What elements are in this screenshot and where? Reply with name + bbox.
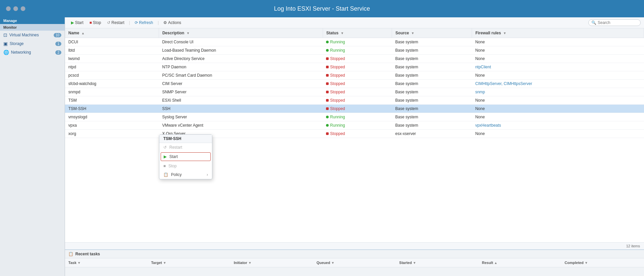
cell-firewall: None [472,38,644,46]
vm-badge: 10 [54,33,61,37]
col-name[interactable]: Name ▲ [65,28,159,38]
cell-source: Base system [392,46,472,55]
cell-name: DCUI [65,38,159,46]
tasks-col-queued[interactable]: Queued ▼ [313,260,396,266]
cell-source: Base system [392,55,472,63]
minimize-button[interactable] [13,6,18,11]
start-icon: ▶ [71,20,74,25]
storage-icon: ▣ [3,41,8,46]
table-row[interactable]: lwsmdActive Directory ServiceStoppedBase… [65,55,644,63]
maximize-button[interactable] [21,6,25,11]
toolbar: ▶ Start ■ Stop ↺ Restart | ⟳ Refresh | ⚙… [65,17,644,28]
tasks-task-label: Task [68,261,76,265]
cell-source: Base system [392,63,472,71]
restart-icon: ↺ [107,20,110,25]
context-menu-start[interactable]: ▶ Start [161,152,211,161]
sidebar-manage-label: Manage [0,17,65,24]
cell-firewall[interactable]: CIMHttpServer, CIMHttpsServer [472,80,644,88]
actions-button[interactable]: ⚙ Actions [161,19,184,26]
cell-source: Base system [392,105,472,113]
table-row[interactable]: DCUIDirect Console UIRunningBase systemN… [65,38,644,46]
stop-button[interactable]: ■ Stop [87,19,104,26]
restart-button[interactable]: ↺ Restart [104,19,127,26]
tasks-queued-sort: ▼ [331,261,334,265]
col-desc-label: Description [162,31,184,35]
cell-firewall[interactable]: snmp [472,88,644,96]
col-source-label: Source [395,31,409,35]
cell-description: SSH [159,105,323,113]
tasks-target-label: Target [151,261,162,265]
tasks-col-result[interactable]: Result ▲ [479,260,561,266]
table-row[interactable]: TSMESXi ShellStoppedBase systemNone [65,96,644,105]
tasks-task-sort: ▼ [77,261,81,265]
context-menu-restart[interactable]: ↺ Restart [159,143,212,152]
sidebar-item-virtual-machines[interactable]: ⊡ Virtual Machines 10 [0,31,65,39]
col-firewall[interactable]: Firewall rules ▼ [472,28,644,38]
cell-firewall: None [472,46,644,55]
tasks-col-target[interactable]: Target ▼ [148,260,230,266]
cell-firewall[interactable]: ntpClient [472,63,644,71]
cell-status: Running [323,113,392,121]
recent-tasks-icon: 📋 [68,252,73,256]
refresh-button[interactable]: ⟳ Refresh [132,19,156,26]
cell-description: NTP Daemon [159,63,323,71]
cell-firewall: None [472,96,644,105]
window-controls [6,6,25,11]
cell-status: Stopped [323,55,392,63]
tasks-started-label: Started [399,261,412,265]
cell-firewall: None [472,113,644,121]
sidebar-item-networking[interactable]: 🌐 Networking 2 [0,48,65,57]
table-row[interactable]: xorgX.Org ServerStoppedesx-xserverNone [65,130,644,138]
tasks-col-completed[interactable]: Completed ▼ [561,260,644,266]
separator-2: | [156,20,160,25]
sort-source-icon: ▼ [411,31,414,35]
sidebar-item-storage[interactable]: ▣ Storage 1 [0,39,65,48]
sidebar: Manage Monitor ⊡ Virtual Machines 10 ▣ S… [0,17,65,276]
cell-firewall: None [472,130,644,138]
cell-status: Stopped [323,130,392,138]
table-row[interactable]: vpxaVMware vCenter AgentRunningBase syst… [65,121,644,130]
cell-description: CIM Server [159,80,323,88]
context-policy-arrow: › [207,172,208,177]
table-row[interactable]: vmsyslogdSyslog ServerRunningBase system… [65,113,644,121]
close-button[interactable] [6,6,11,11]
col-status[interactable]: Status ▼ [323,28,392,38]
context-start-label: Start [169,154,178,159]
tasks-result-label: Result [482,261,493,265]
col-source[interactable]: Source ▼ [392,28,472,38]
context-menu-policy[interactable]: 📋 Policy › [159,170,212,179]
cell-description: Active Directory Service [159,55,323,63]
cell-firewall[interactable]: vpxHeartbeats [472,121,644,130]
search-input[interactable] [598,20,638,25]
cell-name: lbtd [65,46,159,55]
col-firewall-label: Firewall rules [475,31,501,35]
tasks-completed-sort: ▼ [585,261,588,265]
table-row[interactable]: ntpdNTP DaemonStoppedBase systemntpClien… [65,63,644,71]
tasks-col-initiator[interactable]: Initiator ▼ [230,260,313,266]
tasks-started-sort: ▼ [413,261,416,265]
table-row[interactable]: sfcbd-watchdogCIM ServerStoppedBase syst… [65,80,644,88]
start-button[interactable]: ▶ Start [68,19,86,26]
tasks-col-task[interactable]: Task ▼ [65,260,148,266]
cell-description: Direct Console UI [159,38,323,46]
tasks-completed-label: Completed [565,261,584,265]
tasks-col-started[interactable]: Started ▼ [396,260,479,266]
search-box[interactable]: 🔍 [588,19,641,26]
table-row[interactable]: pcscdPC/SC Smart Card DaemonStoppedBase … [65,71,644,80]
table-row[interactable]: TSM-SSHSSHStoppedBase systemNone [65,105,644,113]
cell-firewall: None [472,105,644,113]
context-policy-label: Policy [171,172,182,177]
tasks-queued-label: Queued [316,261,330,265]
sort-name-icon: ▲ [81,31,85,35]
context-menu: TSM-SSH ↺ Restart ▶ Start ■ Stop 📋 Polic… [159,134,212,179]
sidebar-item-storage-label: Storage [10,41,24,46]
cell-name: sfcbd-watchdog [65,80,159,88]
col-description[interactable]: Description ▼ [159,28,323,38]
cell-name: vmsyslogd [65,113,159,121]
content-area: ▶ Start ■ Stop ↺ Restart | ⟳ Refresh | ⚙… [65,17,644,276]
cell-status: Stopped [323,88,392,96]
context-start-icon: ▶ [164,154,167,159]
context-menu-stop[interactable]: ■ Stop [159,162,212,170]
table-row[interactable]: snmpdSNMP ServerStoppedBase systemsnmp [65,88,644,96]
table-row[interactable]: lbtdLoad-Based Teaming DaemonRunningBase… [65,46,644,55]
